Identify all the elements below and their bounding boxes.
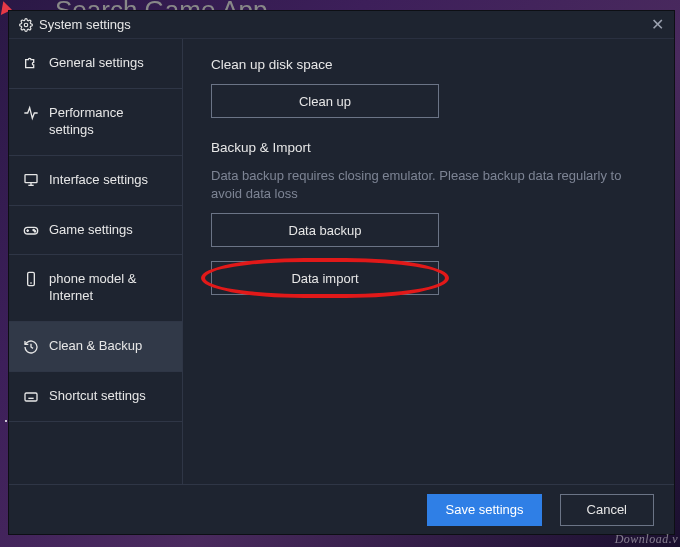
svg-rect-1 <box>25 175 37 183</box>
cleanup-section-title: Clean up disk space <box>211 57 646 72</box>
sidebar-item-label: Clean & Backup <box>49 338 142 355</box>
sidebar: General settings Performance settings <box>9 39 183 484</box>
watermark-text: Download.v <box>615 532 678 547</box>
monitor-icon <box>23 172 39 188</box>
sidebar-item-label: Performance settings <box>49 105 168 139</box>
phone-icon <box>23 271 39 287</box>
gamepad-icon <box>23 222 39 238</box>
modal-body: General settings Performance settings <box>9 39 674 484</box>
sidebar-item-label: General settings <box>49 55 144 72</box>
activity-icon <box>23 105 39 121</box>
sidebar-item-phone-model[interactable]: phone model & Internet <box>9 255 182 322</box>
data-backup-button[interactable]: Data backup <box>211 213 439 247</box>
sidebar-item-clean-backup[interactable]: Clean & Backup <box>9 322 182 372</box>
cleanup-button[interactable]: Clean up <box>211 84 439 118</box>
cancel-button[interactable]: Cancel <box>560 494 654 526</box>
content-panel: Clean up disk space Clean up Backup & Im… <box>183 39 674 484</box>
bg-star <box>5 420 7 422</box>
sidebar-item-shortcut[interactable]: Shortcut settings <box>9 372 182 422</box>
highlight-ring-container: Data import <box>211 261 439 295</box>
system-settings-modal: System settings ✕ General settings <box>8 10 675 535</box>
backup-hint-text: Data backup requires closing emulator. P… <box>211 167 631 203</box>
puzzle-icon <box>23 55 39 71</box>
gear-icon <box>19 18 33 32</box>
close-button[interactable]: ✕ <box>651 15 664 34</box>
sidebar-item-label: Shortcut settings <box>49 388 146 405</box>
sidebar-item-game[interactable]: Game settings <box>9 206 182 256</box>
sidebar-item-label: Interface settings <box>49 172 148 189</box>
sidebar-item-performance[interactable]: Performance settings <box>9 89 182 156</box>
backup-section-title: Backup & Import <box>211 140 646 155</box>
sidebar-item-general[interactable]: General settings <box>9 39 182 89</box>
save-settings-button[interactable]: Save settings <box>427 494 541 526</box>
svg-point-0 <box>24 23 28 27</box>
sidebar-item-label: phone model & Internet <box>49 271 168 305</box>
sidebar-item-label: Game settings <box>49 222 133 239</box>
data-import-button[interactable]: Data import <box>211 261 439 295</box>
sidebar-item-interface[interactable]: Interface settings <box>9 156 182 206</box>
svg-point-8 <box>34 231 35 232</box>
history-icon <box>23 339 39 355</box>
svg-rect-11 <box>25 393 37 401</box>
modal-footer: Save settings Cancel <box>9 484 674 534</box>
titlebar: System settings ✕ <box>9 11 674 39</box>
keyboard-icon <box>23 389 39 405</box>
modal-title: System settings <box>39 17 131 32</box>
